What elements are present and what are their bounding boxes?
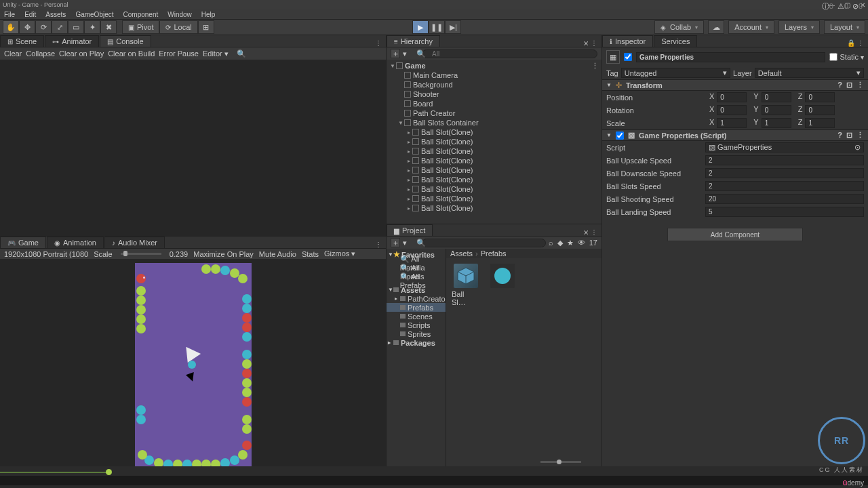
info-count-icon[interactable]: ⓘ0 xyxy=(822,1,833,12)
hierarchy-item[interactable]: Shooter xyxy=(387,89,601,99)
hierarchy-item[interactable]: ▸Ball Slot(Clone) xyxy=(387,184,601,194)
menu-component[interactable]: Component xyxy=(123,11,159,18)
asset-ball-slot[interactable]: Ball Sl… xyxy=(452,264,480,306)
project-tab-menu-icon[interactable]: ⨯ ⋮ xyxy=(579,228,601,236)
hierarchy-item[interactable]: ▸Ball Slot(Clone) xyxy=(387,137,601,146)
local-toggle[interactable]: ⟳ Local xyxy=(159,20,197,34)
scl-x[interactable] xyxy=(717,118,747,128)
hierarchy-item[interactable]: ▸Ball Slot(Clone) xyxy=(387,156,601,165)
console-editor[interactable]: Editor ▾ xyxy=(203,49,229,58)
project-tree-item[interactable]: Prefabs xyxy=(387,303,446,312)
rot-x[interactable] xyxy=(717,105,747,115)
breadcrumb-prefabs[interactable]: Prefabs xyxy=(481,249,507,258)
script-field-input[interactable] xyxy=(705,181,864,191)
transform-header[interactable]: ▼ ⊹ Transform ?⊡⋮ xyxy=(602,79,868,91)
script-enabled[interactable] xyxy=(616,131,624,140)
rect-tool-icon[interactable]: ▭ xyxy=(68,20,84,34)
scl-y[interactable] xyxy=(762,118,791,128)
transform-tool-icon[interactable]: ✦ xyxy=(84,20,100,34)
scale-slider[interactable] xyxy=(121,253,161,255)
tab-console[interactable]: ▤ Console xyxy=(100,35,151,47)
gameobject-icon[interactable]: ▦ xyxy=(606,50,620,64)
project-tree-item[interactable]: Scripts xyxy=(387,321,446,329)
move-tool-icon[interactable]: ✥ xyxy=(19,20,35,34)
mute-audio[interactable]: Mute Audio xyxy=(259,250,296,258)
tab-project[interactable]: ▆ Project xyxy=(387,224,433,236)
rotate-tool-icon[interactable]: ⟳ xyxy=(35,20,52,34)
pos-y[interactable] xyxy=(762,92,791,102)
favorite-icon[interactable]: ★ xyxy=(567,239,574,247)
layout-dropdown[interactable]: Layout xyxy=(824,20,865,34)
pause-button[interactable]: ❚❚ xyxy=(429,20,445,34)
tab-audio[interactable]: ♪ Audio Mixer xyxy=(104,237,165,248)
tab-animation[interactable]: ◉ Animation xyxy=(47,237,104,248)
gizmos-dropdown[interactable]: Gizmos ▾ xyxy=(324,249,355,258)
tag-dropdown[interactable]: Untagged▾ xyxy=(621,68,730,78)
menu-assets[interactable]: Assets xyxy=(45,11,66,18)
custom-tool-icon[interactable]: ✖ xyxy=(100,20,117,34)
inspector-tab-menu-icon[interactable]: 🔒 ⋮ xyxy=(843,39,868,47)
account-dropdown[interactable]: Account xyxy=(728,20,774,34)
resolution-dropdown[interactable]: 1920x1080 Portrait (1080 xyxy=(4,250,88,258)
maximize-on-play[interactable]: Maximize On Play xyxy=(193,250,254,258)
project-tree-item[interactable]: Scenes xyxy=(387,312,446,321)
search-icon[interactable]: 🔍 xyxy=(237,49,246,58)
cloud-icon[interactable]: ☁ xyxy=(708,20,724,34)
asset-ball[interactable]: Ball xyxy=(488,264,517,272)
help-icon[interactable]: ? xyxy=(837,81,842,89)
script-field-input[interactable] xyxy=(705,155,864,165)
rot-y[interactable] xyxy=(762,105,791,115)
project-create-icon[interactable]: ＋ xyxy=(391,238,400,247)
menu-icon[interactable]: ⋮ xyxy=(856,81,864,89)
hierarchy-item[interactable]: Path Creator xyxy=(387,108,601,118)
hierarchy-item[interactable]: ▼Game⋮ xyxy=(387,61,601,70)
project-tree-item[interactable]: Sprites xyxy=(387,329,446,338)
snap-icon[interactable]: ⊞ xyxy=(198,20,214,34)
help-icon[interactable]: ? xyxy=(837,131,842,140)
hierarchy-item[interactable]: ▸Ball Slot(Clone) xyxy=(387,194,601,203)
project-tree-item[interactable]: 🔍 All Prefabs xyxy=(387,277,446,285)
game-tab-menu-icon[interactable]: ⋮ xyxy=(371,241,386,248)
project-tree-item[interactable]: ▸Packages xyxy=(387,338,446,347)
hierarchy-item[interactable]: ▸Ball Slot(Clone) xyxy=(387,146,601,156)
hierarchy-item[interactable]: ▸Ball Slot(Clone) xyxy=(387,165,601,175)
layers-dropdown[interactable]: Layers xyxy=(778,20,820,34)
hierarchy-tab-menu-icon[interactable]: ⨯ ⋮ xyxy=(579,39,601,47)
menu-file[interactable]: File xyxy=(4,11,15,18)
hierarchy-item[interactable]: ▼Ball Slots Container xyxy=(387,118,601,127)
tab-game[interactable]: 🎮 Game xyxy=(0,237,46,248)
hidden-icon[interactable]: 👁 xyxy=(578,239,585,247)
pos-x[interactable] xyxy=(717,92,747,102)
hierarchy-item[interactable]: ▸Ball Slot(Clone) xyxy=(387,203,601,213)
menu-gameobject[interactable]: GameObject xyxy=(75,11,113,18)
play-button[interactable]: ▶ xyxy=(412,20,429,34)
hierarchy-item[interactable]: Background xyxy=(387,80,601,89)
warn-count-icon[interactable]: ⚠0 xyxy=(837,2,848,11)
tab-scene[interactable]: ⊞ Scene xyxy=(0,35,44,47)
step-button[interactable]: ▶| xyxy=(445,20,461,34)
tab-inspector[interactable]: ℹ Inspector xyxy=(602,35,653,47)
script-field-input[interactable] xyxy=(705,207,864,217)
script-header[interactable]: ▼ ▧ Game Properties (Script) ?⊡⋮ xyxy=(602,129,868,141)
console-clearplay[interactable]: Clear on Play xyxy=(59,49,104,58)
script-reference[interactable]: ▧ GameProperties⊙ xyxy=(705,142,864,152)
tab-services[interactable]: Services xyxy=(654,35,697,47)
tab-hierarchy[interactable]: ≡ Hierarchy xyxy=(387,35,440,47)
object-name-input[interactable] xyxy=(636,52,825,62)
console-errorpause[interactable]: Error Pause xyxy=(159,49,199,58)
label-icon[interactable]: ◆ xyxy=(557,239,563,247)
pos-z[interactable] xyxy=(805,92,835,102)
menu-icon[interactable]: ⋮ xyxy=(856,131,864,140)
menu-edit[interactable]: Edit xyxy=(24,11,36,18)
console-clearbuild[interactable]: Clear on Build xyxy=(108,49,155,58)
static-dropdown[interactable]: Static ▾ xyxy=(829,53,864,61)
menu-window[interactable]: Window xyxy=(167,11,192,18)
error-count-icon[interactable]: ⊘0 xyxy=(852,2,863,11)
create-dropdown-icon[interactable]: ＋ xyxy=(391,49,400,58)
breadcrumb-assets[interactable]: Assets xyxy=(450,249,473,258)
project-search-input[interactable] xyxy=(422,239,546,247)
layer-dropdown[interactable]: Default▾ xyxy=(755,68,864,78)
active-checkbox[interactable] xyxy=(624,53,632,61)
menu-help[interactable]: Help xyxy=(201,11,216,18)
hierarchy-item[interactable]: ▸Ball Slot(Clone) xyxy=(387,175,601,184)
